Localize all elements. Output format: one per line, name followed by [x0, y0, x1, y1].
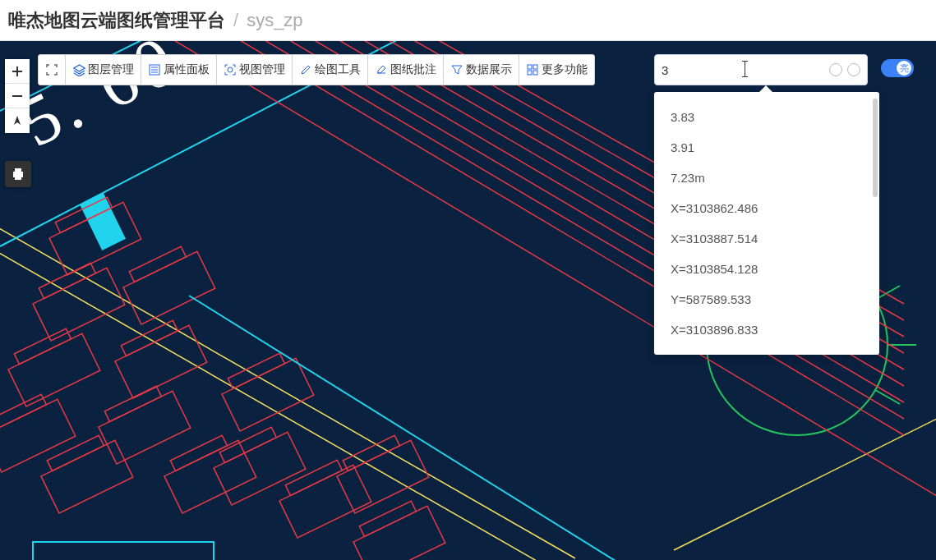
- dropdown-item[interactable]: X=3103896.833: [654, 314, 879, 345]
- svg-rect-7: [8, 333, 100, 406]
- svg-rect-8: [14, 328, 71, 364]
- app-title: 唯杰地图云端图纸管理平台: [8, 8, 225, 33]
- view-button[interactable]: 视图管理: [217, 55, 293, 85]
- dropdown-item[interactable]: 7.23m: [654, 163, 879, 193]
- svg-rect-37: [533, 65, 537, 69]
- svg-rect-11: [41, 440, 133, 513]
- toggle-label: 亮: [900, 62, 909, 75]
- svg-rect-5: [33, 268, 125, 341]
- dropdown-item[interactable]: 3.91: [654, 132, 879, 163]
- filter-icon: [450, 63, 463, 76]
- plus-icon: [12, 66, 23, 77]
- main-toolbar: 图层管理 属性面板 视图管理 绘图工具 图纸批注: [38, 54, 595, 85]
- svg-rect-21: [222, 358, 314, 431]
- search-box: [654, 54, 868, 85]
- minus-icon: [12, 90, 23, 102]
- list-icon: [148, 63, 161, 76]
- svg-rect-17: [99, 391, 191, 464]
- properties-button[interactable]: 属性面板: [141, 55, 217, 85]
- svg-rect-39: [533, 71, 537, 75]
- text-cursor-icon: [745, 61, 745, 77]
- svg-rect-36: [528, 65, 532, 69]
- dropdown-item[interactable]: X=3103854.128: [654, 254, 879, 284]
- grid-icon: [526, 63, 539, 76]
- svg-rect-38: [528, 71, 532, 75]
- zoom-in-button[interactable]: [5, 59, 30, 84]
- svg-rect-33: [15, 176, 21, 180]
- pencil-icon: [299, 63, 312, 76]
- annotate-label: 图纸批注: [390, 62, 436, 77]
- svg-rect-23: [214, 432, 306, 505]
- search-action-icon[interactable]: [829, 63, 842, 76]
- north-icon: [12, 115, 23, 126]
- data-label: 数据展示: [466, 62, 512, 77]
- svg-rect-18: [104, 386, 161, 421]
- focus-icon: [224, 63, 237, 76]
- svg-rect-32: [15, 168, 21, 172]
- svg-rect-1: [33, 542, 214, 560]
- svg-rect-26: [285, 460, 342, 495]
- theme-toggle[interactable]: 亮: [881, 59, 914, 77]
- search-input[interactable]: [662, 63, 824, 77]
- svg-rect-25: [279, 465, 371, 538]
- svg-point-35: [228, 67, 233, 72]
- svg-rect-13: [123, 251, 215, 324]
- dropdown-item[interactable]: 3.83: [654, 102, 879, 132]
- svg-rect-22: [228, 353, 284, 388]
- zoom-control: [5, 59, 30, 133]
- header: 唯杰地图云端图纸管理平台 / sys_zp: [0, 0, 936, 41]
- layers-label: 图层管理: [88, 62, 134, 77]
- svg-rect-0: [81, 194, 124, 249]
- more-label: 更多功能: [542, 62, 588, 77]
- svg-rect-14: [129, 246, 186, 282]
- compass-button[interactable]: [5, 108, 30, 133]
- layers-icon: [72, 63, 85, 76]
- more-button[interactable]: 更多功能: [519, 55, 594, 85]
- breadcrumb-separator: /: [233, 10, 238, 31]
- dropdown-item[interactable]: X=3103862.486: [654, 193, 879, 223]
- print-button[interactable]: [5, 161, 31, 187]
- search-clear-icon[interactable]: [847, 63, 860, 76]
- fullscreen-icon: [45, 63, 58, 76]
- svg-rect-12: [47, 435, 104, 470]
- note-icon: [375, 63, 388, 76]
- properties-label: 属性面板: [164, 62, 210, 77]
- map-canvas[interactable]: 5. 60 图层管理: [0, 41, 936, 560]
- data-button[interactable]: 数据展示: [444, 55, 519, 85]
- svg-rect-15: [115, 325, 207, 398]
- annotate-button[interactable]: 图纸批注: [368, 55, 444, 85]
- draw-label: 绘图工具: [315, 62, 361, 77]
- dropdown-item[interactable]: Y=587589.533: [654, 284, 879, 314]
- svg-rect-9: [0, 399, 76, 472]
- breadcrumb-current: sys_zp: [247, 10, 302, 31]
- toggle-knob: 亮: [897, 61, 911, 76]
- search-dropdown: 3.83 3.91 7.23m X=3103862.486 X=3103887.…: [654, 92, 879, 355]
- draw-button[interactable]: 绘图工具: [293, 55, 368, 85]
- layers-button[interactable]: 图层管理: [66, 55, 141, 85]
- dropdown-scrollbar[interactable]: [873, 99, 878, 197]
- svg-rect-27: [337, 440, 429, 513]
- svg-rect-29: [353, 506, 445, 560]
- zoom-out-button[interactable]: [5, 84, 30, 108]
- dropdown-item[interactable]: X=3103887.514: [654, 223, 879, 254]
- print-icon: [11, 167, 25, 181]
- view-label: 视图管理: [239, 62, 285, 77]
- fullscreen-button[interactable]: [39, 55, 66, 85]
- svg-rect-19: [164, 440, 256, 513]
